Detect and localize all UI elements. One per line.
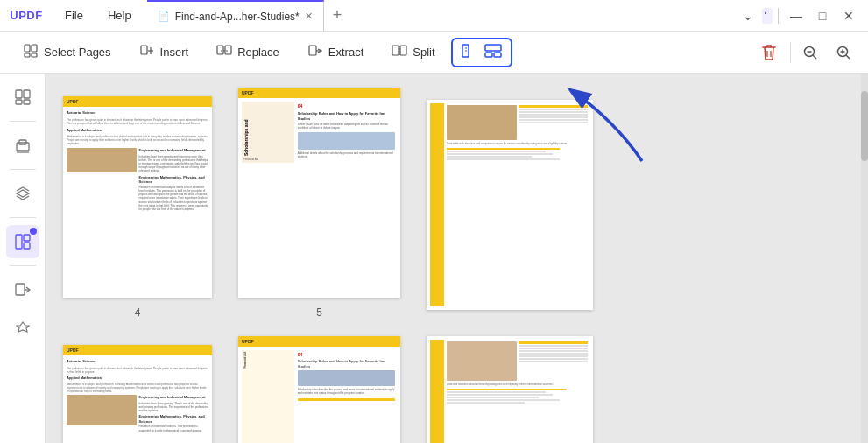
tab-icon: 📄 <box>158 11 170 22</box>
page-thumb-4[interactable]: UPDF Actuarial Science The profession ha… <box>63 96 212 298</box>
pages-content[interactable]: UPDF Actuarial Science The profession ha… <box>46 74 861 443</box>
help-menu[interactable]: Help <box>95 0 144 31</box>
svg-rect-19 <box>494 53 501 57</box>
page-number-4: 4 <box>135 306 141 319</box>
sidebar-icon-layers[interactable] <box>6 177 39 210</box>
sidebar-separator-4 <box>10 265 36 266</box>
page-thumb-9[interactable]: Data and statistics about scholarship ca… <box>427 336 593 443</box>
left-sidebar <box>0 74 46 443</box>
svg-line-24 <box>813 55 816 59</box>
replace-button[interactable]: Replace <box>204 38 292 67</box>
split-icon <box>392 43 407 62</box>
page-number-5: 5 <box>316 306 322 319</box>
sidebar-icon-stamp[interactable] <box>6 129 39 162</box>
svg-rect-9 <box>309 46 316 55</box>
sidebar-separator-2 <box>10 169 36 170</box>
overflow-button[interactable]: ⌄ <box>736 9 760 23</box>
insert-icon <box>139 43 155 62</box>
svg-rect-11 <box>392 46 399 55</box>
page-group-6: Data table with statistics and compariso… <box>427 100 593 319</box>
replace-label: Replace <box>237 46 279 59</box>
active-tab[interactable]: 📄 Find-and-Ap...her-Studies* ✕ <box>147 0 324 31</box>
svg-rect-1 <box>32 45 37 52</box>
organize-icon-left <box>462 43 479 62</box>
page-group-5: UPDF Scholarships and Financial Aid 04 S… <box>238 88 400 319</box>
minimize-button[interactable]: — <box>784 4 808 28</box>
svg-rect-4 <box>141 46 147 54</box>
main-area: UPDF Actuarial Science The profession ha… <box>0 74 868 443</box>
page-thumb-6[interactable]: Data table with statistics and compariso… <box>427 100 593 310</box>
svg-rect-31 <box>16 100 22 104</box>
file-menu[interactable]: File <box>53 0 95 31</box>
sidebar-badge <box>30 228 37 235</box>
scrollbar-thumb[interactable] <box>861 91 868 161</box>
organize-icon-right <box>484 43 502 62</box>
page-group-4: UPDF Actuarial Science The profession ha… <box>63 96 212 319</box>
tab-close-button[interactable]: ✕ <box>305 11 313 22</box>
svg-rect-17 <box>485 45 501 51</box>
extract-icon <box>307 43 323 62</box>
split-button[interactable]: Split <box>379 38 447 67</box>
sidebar-icon-plugins[interactable] <box>6 312 39 345</box>
close-button[interactable]: ✕ <box>836 4 861 28</box>
zoom-out-button[interactable] <box>796 39 824 67</box>
titlebar: UPDF File Help 📄 Find-and-Ap...her-Studi… <box>0 0 868 32</box>
sidebar-icon-organize[interactable] <box>6 225 39 258</box>
page-thumb-7[interactable]: UPDF Actuarial Science The profession ha… <box>63 345 212 443</box>
svg-rect-37 <box>24 235 30 241</box>
toolbar-separator <box>790 42 791 63</box>
svg-rect-39 <box>16 284 25 295</box>
tab-title: Find-and-Ap...her-Studies* <box>175 11 300 23</box>
toolbar: Select Pages Insert Replace <box>0 32 868 74</box>
replace-icon <box>216 43 232 62</box>
sidebar-icon-convert[interactable] <box>6 273 39 306</box>
select-pages-button[interactable]: Select Pages <box>11 38 123 67</box>
svg-rect-2 <box>25 53 30 57</box>
svg-rect-30 <box>24 90 30 98</box>
svg-rect-32 <box>24 100 30 104</box>
extract-label: Extract <box>328 46 363 59</box>
pages-row-1: UPDF Actuarial Science The profession ha… <box>63 88 843 319</box>
app-logo: UPDF <box>0 9 53 22</box>
menu-bar: File Help <box>53 0 144 31</box>
svg-rect-36 <box>16 235 22 249</box>
organize-button[interactable] <box>451 38 512 67</box>
svg-rect-38 <box>24 243 30 249</box>
select-pages-icon <box>23 43 39 62</box>
select-pages-label: Select Pages <box>44 46 111 59</box>
pages-row-2: UPDF Actuarial Science The profession ha… <box>63 336 843 443</box>
page-group-7: UPDF Actuarial Science The profession ha… <box>63 345 212 443</box>
split-label: Split <box>413 46 434 59</box>
new-tab-button[interactable]: + <box>324 6 351 25</box>
svg-rect-29 <box>16 90 22 98</box>
svg-rect-7 <box>217 46 223 54</box>
svg-rect-0 <box>25 45 30 52</box>
insert-label: Insert <box>160 46 189 59</box>
svg-rect-8 <box>225 46 231 54</box>
page-group-9: Data and statistics about scholarship ca… <box>427 336 593 443</box>
toolbar-right-actions <box>753 37 857 68</box>
insert-button[interactable]: Insert <box>127 38 201 67</box>
separator <box>778 8 779 24</box>
sidebar-separator-3 <box>10 217 36 218</box>
scrollbar[interactable] <box>861 74 868 443</box>
page-group-8: UPDF Financial Aid 04 Scholarship Rules … <box>238 336 400 443</box>
window-controls: ⌄ ꙶꙶꙶ — □ ✕ <box>736 4 868 28</box>
svg-rect-18 <box>485 53 492 57</box>
svg-rect-3 <box>32 53 37 57</box>
maximize-button[interactable]: □ <box>810 4 835 28</box>
page-thumb-5[interactable]: UPDF Scholarships and Financial Aid 04 S… <box>238 88 400 298</box>
svg-line-28 <box>846 55 850 59</box>
sidebar-icon-thumbnail[interactable] <box>6 81 39 114</box>
tabs-area: 📄 Find-and-Ap...her-Studies* ✕ + <box>147 0 736 31</box>
delete-button[interactable] <box>753 37 785 68</box>
addon-icon: ꙶꙶꙶ <box>762 8 773 24</box>
page-thumb-8[interactable]: UPDF Financial Aid 04 Scholarship Rules … <box>238 336 400 443</box>
zoom-in-button[interactable] <box>829 39 857 67</box>
svg-rect-12 <box>400 46 406 55</box>
extract-button[interactable]: Extract <box>295 38 376 67</box>
sidebar-separator-1 <box>10 121 36 122</box>
